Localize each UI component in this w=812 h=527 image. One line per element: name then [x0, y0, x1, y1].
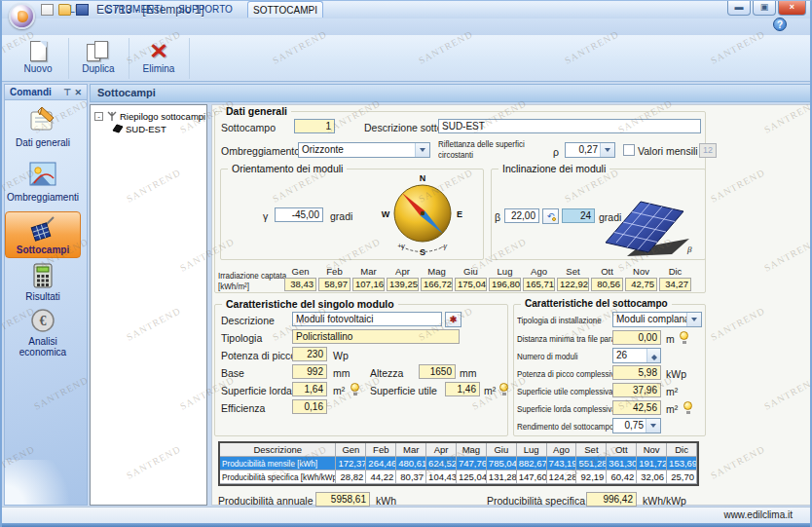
open-file-icon[interactable] [58, 4, 71, 16]
solar-panel-icon [28, 215, 57, 243]
module-archive-button[interactable]: ✱ [445, 312, 461, 327]
descrizione-sottocampo-input[interactable] [438, 119, 701, 133]
window-bottom-border [2, 523, 812, 527]
application-menu-button[interactable] [9, 3, 35, 29]
beta-input[interactable] [504, 208, 539, 223]
irradiation-value[interactable]: 165,71 [523, 278, 555, 291]
distanza-value: 0,00 [612, 330, 661, 345]
producibilita-table: DescrizioneGenFebMarAprMagGiuLugAgoSetOt… [218, 441, 699, 486]
table-cell: 743,19 [547, 457, 577, 471]
chevron-down-icon [686, 313, 701, 326]
minimize-button[interactable]: ▬ [727, 1, 751, 16]
table-cell: 147,60 [517, 471, 547, 484]
irradiation-column: Ago165,71 [523, 266, 555, 291]
irradiation-value[interactable]: 80,56 [591, 278, 623, 291]
quick-access-toolbar [41, 4, 89, 16]
tab-strumenti[interactable]: STRUMENTI [99, 1, 169, 18]
nuovo-button[interactable]: Nuovo [11, 38, 65, 79]
irradiation-column: Dic34,27 [659, 266, 691, 291]
calculator-icon [29, 262, 56, 289]
potenza-complessiva-unit: kWp [666, 368, 686, 380]
tab-sottocampi[interactable]: SOTTOCAMPI [247, 1, 323, 18]
riflettanza-combo[interactable]: 0,27 [565, 142, 615, 158]
application-window: EC713 - [Esempio 1] ▬ ▣ × FILE STRUMENTI… [0, 0, 812, 527]
sidebar-item-dati-generali[interactable]: Dati generali [5, 104, 81, 148]
sidebar-item-sottocampi[interactable]: Sottocampi [5, 211, 81, 258]
base-unit: mm [333, 367, 351, 379]
help-icon[interactable]: ? [773, 18, 787, 31]
spinner-arrows-icon[interactable] [646, 349, 660, 362]
column-header: Gen [336, 443, 366, 457]
delete-x-icon: ✕ [149, 42, 168, 60]
euro-coin-icon: € [29, 307, 56, 334]
notepad-pencil-icon [27, 104, 58, 135]
sottocampo-input[interactable] [294, 119, 335, 133]
irradiation-value[interactable]: 196,80 [489, 278, 521, 291]
irradiation-value[interactable]: 166,72 [421, 278, 453, 291]
valori-mensili-checkbox[interactable] [623, 144, 635, 156]
resize-grip[interactable] [801, 510, 811, 520]
riflettanza-label-1: Riflettanza delle superfici [438, 138, 525, 149]
irradiation-value[interactable]: 34,27 [659, 278, 691, 291]
irradiation-value[interactable]: 58,97 [318, 278, 351, 291]
gamma-input[interactable] [275, 207, 323, 222]
tree-expander-icon[interactable]: - [94, 112, 103, 121]
rho-symbol: ρ [553, 146, 559, 158]
orientamento-title: Orientamento dei moduli [228, 163, 347, 174]
month-label: Ott [591, 266, 623, 278]
close-panel-icon[interactable]: ✕ [74, 88, 82, 97]
numero-moduli-stepper[interactable]: 26 [612, 348, 661, 363]
sidebar-item-risultati[interactable]: Risultati [5, 262, 81, 302]
column-header: Giu [487, 443, 517, 457]
bulb-icon[interactable] [683, 401, 692, 410]
ombreggiamento-combo[interactable]: Orizzonte [298, 142, 430, 158]
svg-text:W: W [382, 209, 390, 219]
summary-node-icon [106, 110, 118, 122]
ribbon-separator [68, 38, 69, 79]
shading-picture-icon [27, 159, 58, 190]
bulb-icon[interactable] [680, 331, 688, 340]
duplica-button[interactable]: Duplica [71, 38, 126, 79]
tree-root-label[interactable]: Riepilogo sottocampi [120, 111, 205, 122]
pin-icon[interactable]: ⊤ [63, 88, 71, 97]
potenza-complessiva-label: Potenza di picco complessiva [517, 368, 619, 379]
save-icon[interactable] [76, 4, 89, 16]
sidebar-item-analisi-economica[interactable]: € Analisi economica [5, 307, 81, 358]
irradiation-grid: Gen38,43Feb58,97Mar107,16Apr139,25Mag166… [284, 266, 697, 291]
new-file-icon[interactable] [41, 4, 54, 16]
month-label: Feb [318, 266, 351, 278]
numero-moduli-label: Numero di moduli [517, 351, 578, 361]
tipologia-installazione-combo[interactable]: Moduli complanari c... [612, 312, 702, 327]
ribbon-separator [189, 38, 190, 79]
table-cell: 480,61 [396, 457, 426, 471]
irradiation-value[interactable]: 139,25 [387, 278, 419, 291]
modulo-descrizione-input[interactable] [292, 312, 442, 326]
irradiation-value[interactable]: 122,92 [557, 278, 589, 291]
status-bar: www.edilclima.it [2, 507, 812, 523]
row-label: Producibilità mensile [kWh] [222, 458, 317, 469]
bulb-icon[interactable] [499, 383, 508, 392]
suggested-tilt-button[interactable]: ↶ [542, 208, 559, 224]
restore-button[interactable]: ▣ [753, 1, 776, 16]
modulo-tipologia-label: Tipologia [221, 332, 262, 344]
producibilita-annuale-value: 5958,61 [315, 492, 370, 507]
table-row[interactable]: Producibilità specifica [kWh/kWp]28,8244… [220, 471, 697, 484]
modulo-tipologia-value: Policristallino [292, 329, 460, 344]
tree-child-label[interactable]: SUD-EST [126, 124, 166, 134]
elimina-button[interactable]: ✕ Elimina [131, 38, 186, 79]
ribbon: Nuovo Duplica ✕ Elimina [2, 35, 812, 82]
monthly-values-button[interactable]: 12 [699, 143, 717, 158]
irradiation-value[interactable]: 38,43 [284, 278, 316, 291]
table-row[interactable]: Producibilità mensile [kWh]172,37264,464… [220, 457, 697, 471]
tab-supporto[interactable]: SUPPORTO [175, 1, 236, 18]
bulb-icon[interactable] [351, 383, 359, 392]
sup-utile-complessiva-value: 37,96 [612, 383, 661, 397]
rendimento-combo[interactable]: 0,75 [612, 418, 661, 433]
irradiation-value[interactable]: 175,04 [455, 278, 487, 291]
sidebar-item-ombreggiamenti[interactable]: Ombreggiamenti [5, 159, 81, 203]
edilclima-link[interactable]: www.edilclima.it [723, 509, 793, 520]
base-label: Base [221, 367, 244, 379]
irradiation-value[interactable]: 107,16 [352, 278, 385, 291]
irradiation-value[interactable]: 42,75 [625, 278, 657, 291]
close-button[interactable]: × [778, 1, 806, 16]
